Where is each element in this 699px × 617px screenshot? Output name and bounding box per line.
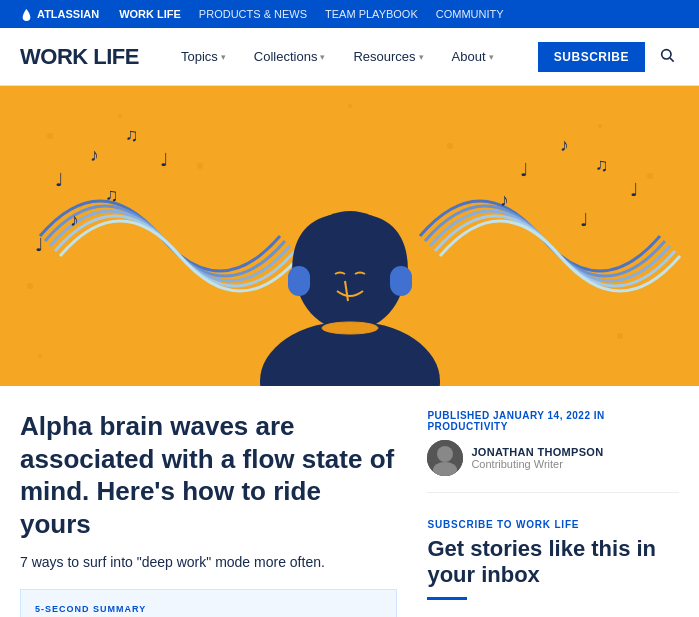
author-role: Contributing Writer: [471, 458, 603, 470]
nav-links: Topics ▾ Collections ▾ Resources ▾ About…: [169, 41, 538, 72]
published-label: PUBLISHED JANUARY 14, 2022 IN PRODUCTIVI…: [427, 410, 679, 432]
article-sidebar: PUBLISHED JANUARY 14, 2022 IN PRODUCTIVI…: [427, 410, 679, 617]
svg-text:♩: ♩: [160, 150, 168, 170]
subscribe-box: SUBSCRIBE TO WORK LIFE Get stories like …: [427, 509, 679, 610]
author-row: JONATHAN THOMPSON Contributing Writer: [427, 440, 679, 476]
site-logo[interactable]: WORK LIFE: [20, 44, 139, 70]
nav-resources[interactable]: Resources ▾: [341, 41, 435, 72]
svg-rect-18: [288, 266, 310, 296]
main-nav: WORK LIFE Topics ▾ Collections ▾ Resourc…: [0, 28, 699, 86]
author-info: JONATHAN THOMPSON Contributing Writer: [471, 446, 603, 470]
author-name[interactable]: JONATHAN THOMPSON: [471, 446, 603, 458]
svg-point-3: [47, 133, 53, 139]
svg-point-6: [348, 104, 352, 108]
hero-image: ♩ ♪ ♫ ♩ ♪ ♩ ♫ ♩ ♪ ♫ ♩ ♪ ♩: [0, 86, 699, 386]
svg-text:♩: ♩: [520, 160, 528, 180]
resources-chevron-icon: ▾: [419, 52, 424, 62]
svg-point-7: [447, 143, 453, 149]
search-button[interactable]: [655, 43, 679, 71]
subscribe-box-title: Get stories like this in your inbox: [427, 536, 679, 589]
about-chevron-icon: ▾: [489, 52, 494, 62]
article-meta: PUBLISHED JANUARY 14, 2022 IN PRODUCTIVI…: [427, 410, 679, 476]
svg-point-13: [617, 333, 623, 339]
topbar-products[interactable]: PRODUCTS & NEWS: [199, 8, 307, 20]
article-main: Alpha brain waves are associated with a …: [20, 410, 397, 617]
subscribe-box-label: SUBSCRIBE TO WORK LIFE: [427, 519, 679, 530]
svg-line-1: [670, 58, 674, 62]
summary-label: 5-SECOND SUMMARY: [35, 604, 382, 614]
svg-point-35: [437, 446, 453, 462]
svg-text:♫: ♫: [595, 155, 609, 175]
svg-point-14: [38, 354, 42, 358]
top-bar: ATLASSIAN WORK LIFE PRODUCTS & NEWS TEAM…: [0, 0, 699, 28]
svg-text:♪: ♪: [560, 135, 569, 155]
svg-text:♩: ♩: [580, 210, 588, 230]
category-link[interactable]: PRODUCTIVITY: [427, 421, 507, 432]
svg-text:♩: ♩: [630, 180, 638, 200]
topbar-worklife[interactable]: WORK LIFE: [119, 8, 181, 20]
content-area: Alpha brain waves are associated with a …: [0, 386, 699, 617]
svg-text:♩: ♩: [55, 170, 63, 190]
author-avatar: [427, 440, 463, 476]
nav-collections[interactable]: Collections ▾: [242, 41, 338, 72]
svg-point-20: [322, 322, 378, 334]
nav-right: SUBSCRIBE: [538, 42, 679, 72]
svg-text:♫: ♫: [105, 185, 119, 205]
topbar-teamplaybook[interactable]: TEAM PLAYBOOK: [325, 8, 418, 20]
topbar-community[interactable]: COMMUNITY: [436, 8, 504, 20]
subscribe-underline: [427, 597, 467, 600]
svg-point-8: [598, 124, 602, 128]
svg-point-9: [647, 173, 653, 179]
svg-point-11: [27, 283, 33, 289]
atlassian-brand[interactable]: ATLASSIAN: [20, 8, 99, 21]
nav-topics[interactable]: Topics ▾: [169, 41, 238, 72]
svg-text:♪: ♪: [500, 190, 509, 210]
svg-text:♪: ♪: [90, 145, 99, 165]
top-bar-nav: WORK LIFE PRODUCTS & NEWS TEAM PLAYBOOK …: [119, 8, 503, 20]
article-subtitle: 7 ways to surf into "deep work" mode mor…: [20, 552, 397, 573]
article-title: Alpha brain waves are associated with a …: [20, 410, 397, 540]
svg-text:♫: ♫: [125, 125, 139, 145]
svg-point-5: [197, 163, 203, 169]
summary-box: 5-SECOND SUMMARY Different types of elec…: [20, 589, 397, 617]
topics-chevron-icon: ▾: [221, 52, 226, 62]
svg-text:♩: ♩: [35, 235, 43, 255]
collections-chevron-icon: ▾: [320, 52, 325, 62]
subscribe-button[interactable]: SUBSCRIBE: [538, 42, 645, 72]
svg-point-0: [662, 49, 671, 58]
svg-rect-19: [390, 266, 412, 296]
svg-text:♪: ♪: [70, 210, 79, 230]
svg-point-4: [118, 114, 122, 118]
nav-about[interactable]: About ▾: [440, 41, 506, 72]
